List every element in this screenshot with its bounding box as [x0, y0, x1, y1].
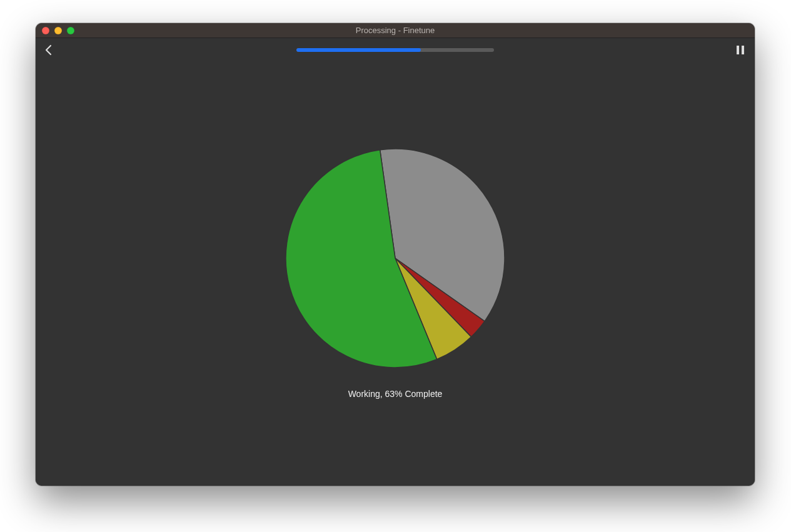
zoom-window-button[interactable] [67, 27, 74, 34]
progress-bar-fill [296, 48, 421, 52]
pause-icon [736, 45, 745, 55]
minimize-window-button[interactable] [54, 27, 62, 34]
toolbar [36, 38, 755, 62]
close-window-button[interactable] [42, 27, 49, 34]
titlebar: Processing - Finetune [36, 23, 755, 38]
svg-rect-0 [737, 46, 739, 54]
window-controls [42, 27, 74, 34]
app-window: Processing - Finetune Working [36, 23, 755, 486]
progress-bar [296, 48, 494, 52]
chevron-left-icon [44, 44, 53, 56]
progress-pie-chart [286, 149, 505, 368]
content-area: Working, 63% Complete [36, 62, 755, 486]
window-title: Processing - Finetune [36, 26, 755, 35]
svg-rect-1 [742, 46, 744, 54]
pause-button[interactable] [731, 41, 750, 59]
status-text: Working, 63% Complete [348, 389, 443, 399]
back-button[interactable] [39, 41, 58, 59]
